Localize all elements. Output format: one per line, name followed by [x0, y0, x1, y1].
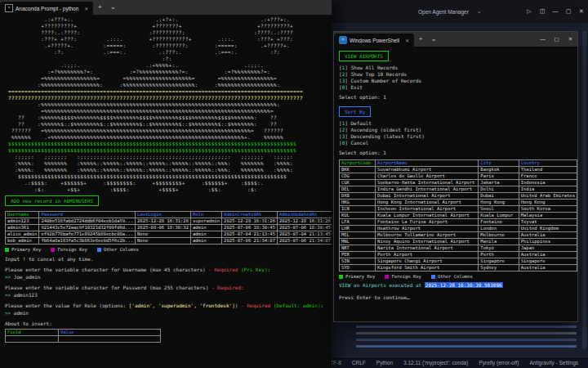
tab-windows-powershell[interactable]: > Windows PowerShell ✕ — [334, 34, 414, 47]
table-cell: ef92b778bafe771e89245b89ecbc08a... — [39, 231, 136, 238]
terminal-text-segment: >> — [5, 292, 14, 298]
table-cell: Bangkok — [479, 167, 519, 173]
legend-item: Foreign Key — [385, 274, 421, 279]
legend-item: Foreign Key — [51, 247, 87, 252]
table-cell: Melbourne Tullamarine Airport — [376, 232, 479, 239]
table-cell: Soekarno-Hatta International Airport — [376, 180, 479, 186]
table-cell: India — [519, 186, 577, 193]
maximize-button[interactable]: ▢ — [562, 0, 575, 23]
terminal-line: >> admin123 — [5, 291, 332, 298]
table-cell: MEL — [340, 232, 376, 239]
statusbar-eol[interactable]: CRLF — [352, 360, 366, 366]
terminal-titlebar: > Anaconda Prompt - python ✕ + ⌄ — [0, 0, 332, 15]
anaconda-terminal-body[interactable]: .:+???+:. .:+?+:. .:+???+:. +?????????+ … — [0, 15, 332, 368]
legend-item: Other Columns — [97, 247, 139, 252]
table-cell: United Arab Emirates — [519, 193, 577, 200]
statusbar-linter[interactable]: Pyrefly (error-off) — [479, 360, 519, 366]
ascii-art-line: ?? :%%%%%%$::$%%%%%%%%$::$%%%%%%%%$::$%%… — [5, 121, 332, 128]
powershell-body[interactable]: VIEW AIRPORTS [1] Show All Records[2] Sh… — [334, 47, 577, 321]
data-table: AirportCodeAirportNameCityCountryBKKSuva… — [339, 159, 577, 272]
chevron-down-icon[interactable]: ⌄ — [477, 8, 482, 15]
data-table: FieldValue — [5, 329, 161, 343]
terminal-line: Please enter the value for Role (options… — [5, 302, 332, 309]
close-button[interactable]: ✕ — [564, 32, 577, 47]
table-cell: Fontaine — [479, 219, 519, 226]
table-cell: Charles de Gaulle Airport — [376, 173, 479, 180]
table-cell: Singapore — [519, 258, 577, 265]
table-cell: 2025-07-04 21:13:45 — [222, 231, 278, 238]
press-enter-line: Press Enter to continue… — [339, 294, 577, 300]
minimize-button[interactable]: — — [549, 0, 562, 23]
menu-text: Show Top 10 Records — [350, 71, 407, 77]
close-button[interactable]: ✕ — [575, 0, 588, 23]
menu-text: Custom Number of Records — [350, 78, 421, 83]
table-cell: Fontaine La Furina Airport — [376, 219, 479, 226]
play-icon[interactable]: ▷ — [523, 0, 536, 23]
table-cell: 2025-07-06 18:30:45 — [278, 225, 332, 231]
panel-layout-icon[interactable]: ◫ — [536, 0, 549, 23]
ascii-art-line: +?????????+ +???????+ +?????????+ — [5, 23, 332, 29]
tab-close-icon[interactable]: ✕ — [405, 38, 409, 43]
terminal-text-segment: Input — [5, 256, 23, 262]
table-row: MNLNinoy Aquino International AirportMan… — [340, 239, 577, 245]
column-header: Country — [519, 160, 577, 167]
terminal-text-segment: ['admin', 'superadmin', 'frontdesk'] — [129, 303, 235, 308]
minimize-button[interactable]: — — [536, 32, 550, 47]
open-agent-manager-button[interactable]: Open Agent Manager — [418, 9, 469, 15]
table-cell: Perth — [479, 252, 519, 258]
menu-option: [0] Cancel — [339, 140, 577, 146]
table-cell: Heathrow Airport — [376, 226, 479, 232]
table-cell: admin123 — [6, 218, 39, 225]
terminal-text-segment: About to insert: — [5, 321, 52, 326]
column-header: AirportName — [376, 160, 479, 167]
table-cell: BKK — [340, 167, 376, 173]
maximize-button[interactable]: ▢ — [550, 32, 564, 47]
statusbar-interpreter[interactable]: 3.12.11 ('myproject': conda) — [403, 360, 468, 366]
menu-option: [1] Show All Records — [339, 65, 577, 71]
statusbar-app-settings[interactable]: Antigravity - Settings — [529, 360, 578, 366]
table-cell: 240be518fabd2724ddb6f04eeb1da59... — [39, 218, 136, 225]
ascii-art-line: :%%%%%%%%%%%%%%%%%%: :%%%%%%%%%%%%%%%%%%… — [5, 82, 332, 88]
ascii-art-line: ?? :%%%%%%$$$$%%%%%%%%$$$$%%%%%%%%$$$$%%… — [5, 114, 332, 121]
ascii-art-line: :=?%%%%%%%%?=: :=?%%%%%%%%%%%%?=: :=?%%%… — [5, 69, 332, 75]
insert-preview-table: FieldValue — [5, 329, 332, 343]
view-airports-banner: VIEW AIRPORTS — [339, 51, 389, 61]
anaconda-terminal-window: > Anaconda Prompt - python ✕ + ⌄ .:+???+… — [0, 0, 332, 368]
table-cell: admin — [190, 231, 221, 238]
tab-title: Windows PowerShell — [350, 38, 399, 43]
tab-anaconda-prompt[interactable]: > Anaconda Prompt - python ✕ — [0, 2, 93, 15]
terminal-text-segment: Please enter the value for Role (options… — [5, 303, 129, 308]
table-cell: Tokyo — [479, 245, 519, 252]
legend-item: Primary Key — [339, 274, 375, 279]
terminal-text-segment: - Required — [208, 267, 238, 272]
table-row: MELMelbourne Tullamarine AirportMelbourn… — [340, 232, 577, 239]
table-cell: admin — [190, 225, 221, 231]
ascii-art-line: .+?????+. :=====: :?????????: :=====: .+… — [5, 43, 332, 49]
table-cell: SIN — [340, 258, 376, 265]
table-cell: Dubai — [479, 193, 519, 200]
table-cell: HKG — [340, 200, 376, 206]
table-cell: 2025-07-04 21:13:45 — [278, 231, 332, 238]
ascii-art-line: :%%%%: %%%%%%% :%%%%%::%%%%%::%%%%%::%%%… — [5, 160, 332, 167]
tab-dropdown-button[interactable]: ⌄ — [427, 32, 440, 47]
table-row: CDGCharles de Gaulle AirportParisFrance — [340, 173, 577, 180]
menu-option: [0] Exit — [339, 84, 577, 91]
new-tab-button[interactable]: + — [93, 0, 106, 15]
tab-close-icon[interactable]: ✕ — [84, 6, 88, 11]
executed-timestamp: 2025-12-28 16:30:39.503096 — [425, 282, 503, 288]
tab-title: Anaconda Prompt - python — [16, 6, 78, 11]
legend-label: Other Columns — [438, 274, 473, 279]
table-cell: superadmin — [190, 218, 221, 225]
new-tab-button[interactable]: + — [414, 32, 427, 47]
table-cell: Incheon International Airport — [376, 206, 479, 213]
legend-item: Other Columns — [431, 274, 473, 279]
terminal-text-segment: : — [268, 267, 271, 272]
statusbar-language[interactable]: Python — [376, 360, 393, 366]
menu-option: [1] Default — [339, 120, 577, 127]
table-cell: LHR — [340, 226, 376, 232]
ascii-art-line: $$$$$$$$$$$$$$$$$$$$$$$$$$$$$$$$$$$$$$$$… — [5, 173, 332, 180]
column-header: Role — [190, 212, 221, 218]
table-cell: Delhi — [479, 186, 519, 193]
table-cell: Sydney — [479, 265, 519, 272]
tab-dropdown-button[interactable]: ⌄ — [106, 0, 119, 15]
